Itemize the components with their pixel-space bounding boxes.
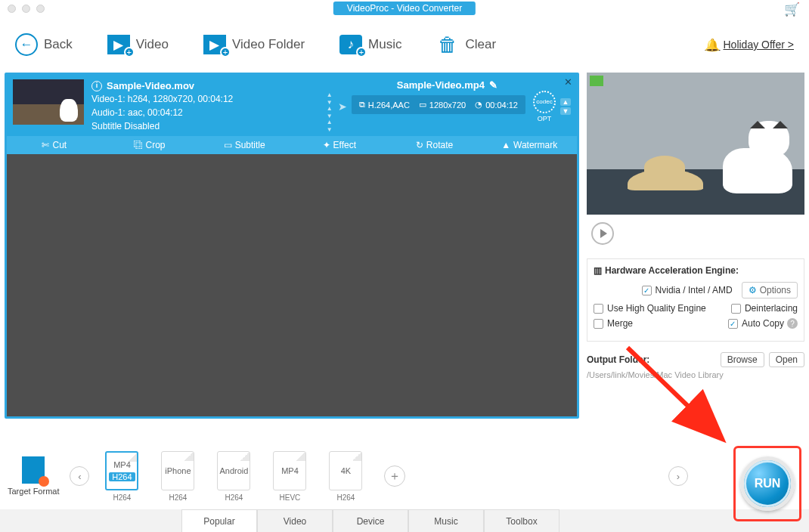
codec-icon: ⧉ <box>359 100 365 110</box>
side-panel: ▥Hardware Acceleration Engine: ✓Nvidia /… <box>587 73 804 419</box>
watermark-button[interactable]: ▲Watermark <box>482 136 577 154</box>
info-icon[interactable]: i <box>91 81 102 91</box>
format-sub: H264 <box>225 493 243 502</box>
nvidia-label: Nvidia / Intel / AMD <box>656 285 733 295</box>
help-icon[interactable]: ? <box>787 318 798 329</box>
main-area: ✕ i Sample-Video.mov Video-1: h264, 1280… <box>0 73 809 419</box>
deinterlace-checkbox[interactable]: Deinterlacing <box>731 303 798 314</box>
add-folder-label: Video Folder <box>232 37 305 52</box>
rename-icon[interactable]: ✎ <box>489 79 497 91</box>
tab-device[interactable]: Device <box>333 509 408 532</box>
browse-button[interactable]: Browse <box>721 352 764 367</box>
autocopy-checkbox[interactable]: ✓Auto Copy <box>728 318 784 329</box>
window-title: VideoProc - Video Converter <box>333 2 476 15</box>
crop-button[interactable]: ⿻Crop <box>102 136 197 154</box>
format-sub: H264 <box>113 493 132 502</box>
effect-button[interactable]: ✦Effect <box>292 136 387 154</box>
output-info: Sample-Video.mp4 ✎ ⧉H.264,AAC ▭1280x720 … <box>352 79 525 114</box>
tab-toolbox[interactable]: Toolbox <box>484 509 559 532</box>
output-resolution: 1280x720 <box>429 101 466 110</box>
source-info: i Sample-Video.mov Video-1: h264, 1280x7… <box>91 79 333 133</box>
format-item-4k[interactable]: 4K H264 <box>324 451 367 502</box>
subtitle-button[interactable]: ▭Subtitle <box>197 136 292 154</box>
gear-icon: ⚙ <box>749 285 757 295</box>
queue-item[interactable]: ✕ i Sample-Video.mov Video-1: h264, 1280… <box>7 75 577 154</box>
cut-label: Cut <box>52 140 67 150</box>
cut-button[interactable]: ✄Cut <box>7 136 102 154</box>
format-item-mp4-hevc[interactable]: MP4 HEVC <box>268 451 312 502</box>
format-item-mp4-h264[interactable]: MP4H264 H264 <box>100 451 144 502</box>
tab-video[interactable]: Video <box>257 509 333 532</box>
watermark-label: Watermark <box>513 140 557 150</box>
format-nav-next[interactable]: › <box>668 466 688 486</box>
merge-checkbox[interactable]: Merge <box>594 318 633 329</box>
add-folder-button[interactable]: ▶+ Video Folder <box>203 35 305 54</box>
format-item-iphone[interactable]: iPhone H264 <box>156 451 200 502</box>
source-thumbnail[interactable] <box>13 79 84 125</box>
source-audio-line: Audio-1: aac, 00:04:12 <box>91 107 318 119</box>
run-button[interactable]: RUN <box>740 456 795 511</box>
codec-options-button[interactable]: codec OPT <box>533 91 556 122</box>
traffic-close[interactable] <box>8 5 16 13</box>
preview-pane[interactable] <box>587 73 804 215</box>
source-filename: Sample-Video.mov <box>107 79 194 92</box>
output-filename: Sample-Video.mp4 <box>397 79 485 91</box>
main-toolbar: ← Back ▶+ Video ▶+ Video Folder ♪+ Music… <box>0 17 809 73</box>
add-video-label: Video <box>136 37 169 52</box>
tab-popular[interactable]: Popular <box>181 509 257 532</box>
format-strip: Target Format ‹ MP4H264 H264 iPhone H264… <box>0 443 809 509</box>
holiday-offer-link[interactable]: 🔔 Holiday Offer > <box>705 38 794 52</box>
subtitle-track-down-icon[interactable]: ▼ <box>326 127 333 133</box>
audio-track-up-icon[interactable]: ▲ <box>326 106 333 112</box>
hardware-accel-panel: ▥Hardware Acceleration Engine: ✓Nvidia /… <box>587 258 804 342</box>
format-nav-prev[interactable]: ‹ <box>70 466 89 486</box>
rotate-icon: ↻ <box>416 140 423 150</box>
footer: Target Format ‹ MP4H264 H264 iPhone H264… <box>0 443 809 532</box>
effect-icon: ✦ <box>323 140 330 150</box>
target-format-label: Target Format <box>8 487 59 496</box>
output-duration: 00:04:12 <box>485 101 518 110</box>
format-line1: 4K <box>341 466 351 475</box>
format-item-android[interactable]: Android H264 <box>212 451 256 502</box>
format-sub: H264 <box>169 493 188 502</box>
crop-icon: ⿻ <box>134 140 143 150</box>
rotate-label: Rotate <box>426 140 453 150</box>
nvidia-checkbox[interactable]: ✓Nvidia / Intel / AMD <box>642 285 733 295</box>
target-format-icon <box>22 456 45 484</box>
watermark-icon: ▲ <box>501 140 510 150</box>
video-track-up-icon[interactable]: ▲ <box>326 92 333 98</box>
quality-badge-icon <box>590 76 603 86</box>
format-line1: MP4 <box>281 466 299 475</box>
deint-label: Deinterlacing <box>745 303 798 314</box>
bell-icon: 🔔 <box>705 38 720 52</box>
conversion-queue: ✕ i Sample-Video.mov Video-1: h264, 1280… <box>5 73 579 419</box>
subtitle-track-up-icon[interactable]: ▲ <box>326 119 333 125</box>
output-codec: H.264,AAC <box>368 101 410 110</box>
cart-icon[interactable]: 🛒 <box>784 2 800 17</box>
back-button[interactable]: ← Back <box>15 33 73 56</box>
duration-icon: ◔ <box>475 100 482 110</box>
back-label: Back <box>44 37 73 52</box>
add-music-button[interactable]: ♪+ Music <box>339 35 401 54</box>
preview-play-button[interactable] <box>591 222 614 245</box>
add-format-button[interactable]: ＋ <box>384 466 405 487</box>
hw-options-button[interactable]: ⚙Options <box>742 282 798 298</box>
output-folder-path: /Users/link/Movies/Mac Video Library <box>587 370 804 379</box>
format-line1: iPhone <box>165 466 191 475</box>
traffic-minimize[interactable] <box>22 5 30 13</box>
tab-music[interactable]: Music <box>408 509 484 532</box>
item-move-up-icon[interactable]: ▲ <box>560 98 571 106</box>
music-icon: ♪+ <box>339 35 362 54</box>
effect-label: Effect <box>333 140 356 150</box>
target-format-button[interactable]: Target Format <box>8 456 59 496</box>
item-move-down-icon[interactable]: ▼ <box>560 107 571 115</box>
source-video-line: Video-1: h264, 1280x720, 00:04:12 <box>91 93 318 106</box>
clear-button[interactable]: 🗑 Clear <box>436 35 496 54</box>
rotate-button[interactable]: ↻Rotate <box>387 136 482 154</box>
add-video-button[interactable]: ▶+ Video <box>107 35 169 54</box>
open-button[interactable]: Open <box>769 352 804 367</box>
traffic-zoom[interactable] <box>36 5 45 13</box>
hq-engine-checkbox[interactable]: Use High Quality Engine <box>594 303 706 314</box>
hw-title: Hardware Acceleration Engine: <box>605 265 739 276</box>
subtitle-label: Subtitle <box>235 140 265 150</box>
